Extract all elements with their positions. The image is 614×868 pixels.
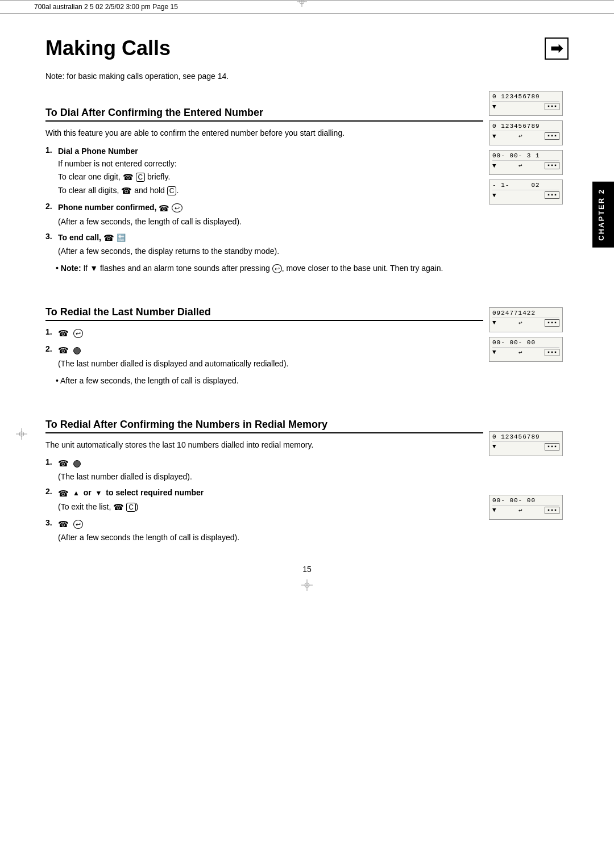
s3-handset-3: ☎ bbox=[113, 500, 124, 514]
s3-step3-num: 3. bbox=[45, 518, 58, 527]
s2-lcd2-bottom: ▼ ↩ ▪▪▪ bbox=[492, 347, 559, 356]
section1-step3: 3. To end call, ☎ 🔚 (After a few seconds… bbox=[45, 231, 483, 258]
step3-line1: (After a few seconds, the display return… bbox=[58, 247, 279, 256]
section3-intro: The unit automatically stores the last 1… bbox=[45, 439, 483, 451]
header-text: 700al australian 2 5 02 2/5/02 3:00 pm P… bbox=[34, 3, 178, 11]
s3-handset-1: ☎ bbox=[58, 457, 69, 470]
section3-heading: To Redial After Confirming the Numbers i… bbox=[45, 419, 483, 433]
s3-lcd-1: 0 123456789 ▼ ▪▪▪ bbox=[489, 431, 563, 456]
s3-displays-spacer bbox=[489, 461, 569, 495]
section2-step2: 2. ☎ (The last number dialled is display… bbox=[45, 344, 483, 370]
lcd1-battery: ▪▪▪ bbox=[545, 103, 559, 110]
step1-line3: To clear all digits, ☎ and hold C. bbox=[58, 186, 179, 195]
s2-lcd-2: 00- 00- 00 ▼ ↩ ▪▪▪ bbox=[489, 337, 563, 362]
s3-step2-num: 2. bbox=[45, 486, 58, 496]
step3-content: To end call, ☎ 🔚 (After a few seconds, t… bbox=[58, 231, 483, 258]
s3-lcd1-antenna: ▼ bbox=[492, 443, 496, 450]
lcd3-bottom: ▼ ↩ ▪▪▪ bbox=[492, 160, 559, 169]
lcd1-antenna: ▼ bbox=[492, 103, 496, 110]
lcd-display-1: 0 123456789 ▼ ▪▪▪ bbox=[489, 91, 563, 116]
s2-lcd1-battery: ▪▪▪ bbox=[545, 319, 559, 327]
c-button-1: C bbox=[136, 173, 146, 182]
step2-label: Phone number confirmed, bbox=[58, 203, 156, 212]
section2-displays: 0924771422 ▼ ↩ ▪▪▪ 00- 00- 00 ▼ ↩ ▪▪▪ bbox=[489, 307, 569, 366]
handset-icon-2: ☎ bbox=[121, 184, 132, 198]
section3-step1: 1. ☎ (The last number dialled is display… bbox=[45, 457, 483, 483]
page-title: Making Calls bbox=[45, 36, 171, 60]
s3-talk-icon: ↩ bbox=[73, 520, 83, 529]
lcd4-bottom: ▼ ▪▪▪ bbox=[492, 190, 559, 199]
s2-handset-2: ☎ bbox=[58, 344, 69, 357]
note-line: Note: for basic making calls operation, … bbox=[45, 72, 569, 81]
s2-handset-1: ☎ bbox=[58, 327, 69, 340]
section3-displays: 0 123456789 ▼ ▪▪▪ 00- 00- 00 ▼ ↩ ▪▪▪ bbox=[489, 431, 569, 524]
s3-lcd-2: 00- 00- 00 ▼ ↩ ▪▪▪ bbox=[489, 495, 563, 520]
end-icon-1: 🔚 bbox=[117, 233, 126, 242]
s3-handset-4: ☎ bbox=[58, 518, 69, 531]
handset-icon-4: ☎ bbox=[103, 231, 114, 245]
s3-step1-content: ☎ (The last number dialled is displayed)… bbox=[58, 457, 483, 483]
s3-step2-content: ☎ ▲ or ▼ to select required number (To e… bbox=[58, 486, 483, 514]
lcd-display-3: 00- 00- 3 1 ▼ ↩ ▪▪▪ bbox=[489, 150, 563, 175]
lcd3-battery: ▪▪▪ bbox=[545, 162, 559, 169]
s3-lcd1-top: 0 123456789 bbox=[492, 433, 559, 441]
lcd3-talk: ↩ bbox=[518, 162, 522, 169]
s2-lcd-1: 0924771422 ▼ ↩ ▪▪▪ bbox=[489, 307, 563, 332]
s3-lcd2-battery: ▪▪▪ bbox=[545, 507, 559, 514]
section1-step2: 2. Phone number confirmed, ☎ ↩ (After a … bbox=[45, 201, 483, 228]
lcd2-antenna: ▼ bbox=[492, 133, 496, 140]
lcd1-bottom: ▼ ▪▪▪ bbox=[492, 101, 559, 110]
s3-lcd2-antenna: ▼ bbox=[492, 507, 496, 514]
lcd2-top: 0 123456789 bbox=[492, 123, 559, 131]
s2-lcd1-talk: ↩ bbox=[518, 319, 522, 327]
lcd4-top: - 1- 02 bbox=[492, 182, 559, 190]
section1-heading: To Dial After Confirming the Entered Num… bbox=[45, 107, 483, 122]
s3-handset-2: ☎ bbox=[58, 487, 69, 500]
section1-intro: With this feature you are able to confir… bbox=[45, 127, 483, 139]
s2-step1-num: 1. bbox=[45, 327, 58, 336]
lcd4-antenna: ▼ bbox=[492, 192, 496, 199]
s2-step2-num: 2. bbox=[45, 344, 58, 353]
s3-step2-label: or bbox=[84, 488, 92, 497]
signal-icon: ▼ bbox=[90, 264, 100, 273]
crosshair-bottom-icon bbox=[301, 579, 313, 591]
s3-lcd1-bottom: ▼ ▪▪▪ bbox=[492, 441, 559, 450]
handset-icon-3: ☎ bbox=[159, 202, 169, 215]
s3-step2-text: to select required number bbox=[106, 488, 204, 497]
lcd2-talk: ↩ bbox=[518, 132, 522, 140]
main-content: Making Calls ➡ Note: for basic making ca… bbox=[0, 14, 614, 608]
lcd-display-4: - 1- 02 ▼ ▪▪▪ bbox=[489, 180, 563, 205]
lcd2-bottom: ▼ ↩ ▪▪▪ bbox=[492, 131, 559, 140]
section1-displays: 0 123456789 ▼ ▪▪▪ 0 123456789 ▼ ↩ ▪▪▪ bbox=[489, 91, 569, 209]
section2-bullet: • After a few seconds, the length of cal… bbox=[56, 375, 483, 387]
talk-icon-2: ↩ bbox=[272, 264, 282, 273]
lcd4-battery: ▪▪▪ bbox=[545, 191, 559, 199]
s2-lcd1-bottom: ▼ ↩ ▪▪▪ bbox=[492, 318, 559, 327]
lcd3-top: 00- 00- 3 1 bbox=[492, 152, 559, 160]
s3-lcd2-bottom: ▼ ↩ ▪▪▪ bbox=[492, 505, 559, 514]
step2-num: 2. bbox=[45, 201, 58, 211]
section3-step2: 2. ☎ ▲ or ▼ to select required number (T… bbox=[45, 486, 483, 514]
step2-line1: (After a few seconds, the length of call… bbox=[58, 217, 242, 226]
step1-label: Dial a Phone Number bbox=[58, 147, 138, 156]
lcd2-battery: ▪▪▪ bbox=[545, 132, 559, 140]
handset-icon-1: ☎ bbox=[123, 170, 134, 184]
section3: To Redial After Confirming the Numbers i… bbox=[45, 403, 569, 548]
section1: To Dial After Confirming the Entered Num… bbox=[45, 91, 569, 279]
step1-content: Dial a Phone Number If number is not ent… bbox=[58, 145, 483, 198]
section1-step1: 1. Dial a Phone Number If number is not … bbox=[45, 145, 483, 198]
lcd1-top: 0 123456789 bbox=[492, 93, 559, 101]
s3-step3-line1: (After a few seconds the length of call … bbox=[58, 533, 239, 542]
s2-bullet-icon bbox=[73, 347, 81, 354]
s3-down-icon: ▼ bbox=[96, 489, 102, 497]
section2-heading: To Redial the Last Number Dialled bbox=[45, 306, 483, 321]
c-button-3: C bbox=[126, 503, 136, 512]
s2-lcd2-battery: ▪▪▪ bbox=[545, 349, 559, 356]
page-title-row: Making Calls ➡ bbox=[45, 36, 569, 60]
s3-lcd2-talk: ↩ bbox=[518, 507, 522, 514]
s2-lcd1-antenna: ▼ bbox=[492, 319, 496, 326]
step1-line1: If number is not entered correctly: bbox=[58, 159, 177, 168]
s2-lcd1-top: 0924771422 bbox=[492, 310, 559, 318]
lcd3-antenna: ▼ bbox=[492, 162, 496, 169]
step3-label: To end call, bbox=[58, 233, 101, 242]
